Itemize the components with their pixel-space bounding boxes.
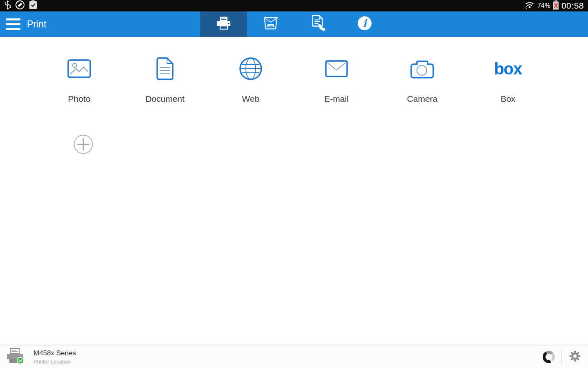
tab-fax[interactable]	[294, 11, 341, 37]
app-bar: Print	[0, 11, 588, 37]
screen: 74% 00:58 Print	[0, 0, 588, 368]
status-bar-right: 74% 00:58	[524, 0, 586, 11]
photo-icon	[67, 55, 91, 83]
bottom-bar-actions	[543, 349, 588, 365]
tab-scan[interactable]	[247, 11, 294, 37]
source-photo[interactable]: Photo	[36, 55, 122, 104]
printer-icon	[216, 16, 232, 32]
page-title: Print	[27, 11, 46, 37]
globe-icon	[239, 55, 263, 83]
source-document[interactable]: Document	[122, 55, 208, 104]
printer-name: M458x Series	[33, 349, 76, 357]
source-label: Document	[145, 94, 185, 104]
tab-bar: i	[200, 11, 388, 37]
box-logo: box	[494, 55, 522, 83]
status-bar: 74% 00:58	[0, 0, 588, 11]
source-label: Web	[242, 94, 260, 104]
tab-print[interactable]	[200, 11, 247, 37]
source-box[interactable]: box Box	[465, 55, 551, 104]
divider	[561, 349, 562, 365]
bottom-bar: M458x Series Printer Location	[0, 346, 588, 368]
printer-selector[interactable]: M458x Series Printer Location	[0, 348, 76, 366]
battery-percent: 74%	[537, 2, 550, 9]
menu-button[interactable]	[6, 17, 20, 31]
battery-error-icon	[553, 0, 559, 11]
add-source-button[interactable]	[74, 135, 93, 154]
clock: 00:58	[561, 1, 584, 11]
fax-icon	[310, 14, 326, 34]
document-icon	[156, 55, 174, 83]
source-label: Camera	[407, 94, 438, 104]
source-label: Photo	[68, 94, 91, 104]
printer-location: Printer Location	[33, 359, 76, 365]
clipboard-check-icon	[29, 0, 38, 11]
source-label: Box	[501, 94, 515, 104]
scanner-icon	[262, 16, 279, 32]
source-grid: Photo Document Web	[36, 55, 551, 104]
printer-info: M458x Series Printer Location	[33, 349, 76, 365]
tab-info[interactable]: i	[341, 11, 388, 37]
disc-icon	[15, 0, 25, 11]
info-icon: i	[357, 16, 372, 33]
supplies-donut-icon[interactable]	[543, 351, 555, 363]
plus-icon	[74, 148, 93, 155]
source-web[interactable]: Web	[208, 55, 294, 104]
gear-icon	[568, 350, 581, 364]
wifi-icon	[524, 0, 535, 11]
usb-icon	[4, 0, 11, 11]
source-email[interactable]: E-mail	[294, 55, 379, 104]
camera-icon	[410, 55, 434, 83]
settings-button[interactable]	[568, 350, 581, 364]
printer-status-icon	[6, 348, 24, 366]
status-bar-left	[2, 0, 38, 11]
source-label: E-mail	[324, 94, 349, 104]
source-camera[interactable]: Camera	[379, 55, 465, 104]
email-icon	[325, 55, 348, 83]
